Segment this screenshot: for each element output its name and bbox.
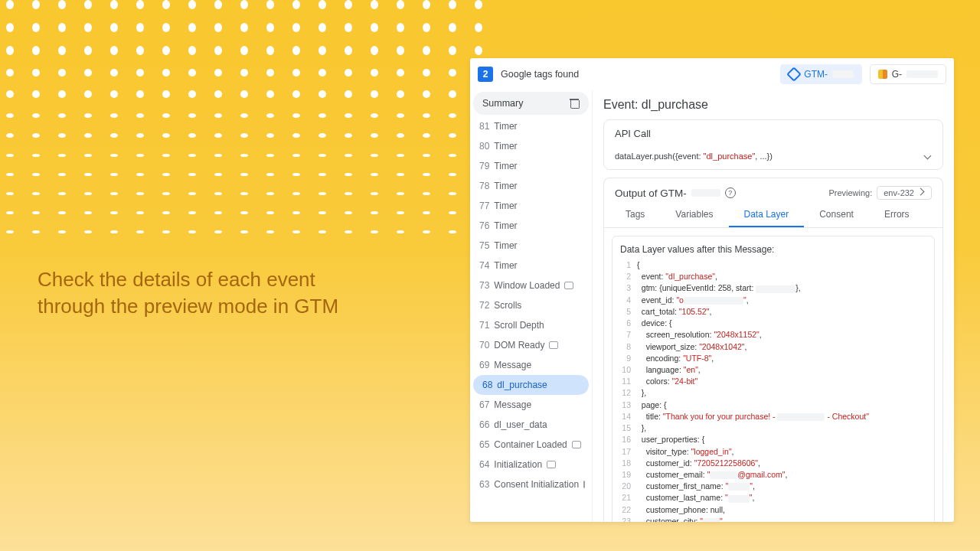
- code-line: 19 customer_email: "@gmail.com",: [620, 469, 926, 481]
- sidebar-item-dl_user_data[interactable]: 66 dl_user_data: [470, 415, 592, 435]
- code-line: 6 device: {: [620, 318, 926, 329]
- api-call-title: API Call: [604, 120, 942, 147]
- event-label: Timer: [494, 181, 517, 191]
- event-label: Timer: [494, 201, 517, 211]
- code-line: 14 title: "Thank you for your purchase! …: [620, 411, 926, 422]
- sidebar-item-scrolls[interactable]: 72 Scrolls: [470, 295, 592, 315]
- help-icon[interactable]: ?: [725, 187, 736, 198]
- code-line: 5 cart_total: "105.52",: [620, 306, 926, 318]
- sidebar-item-message[interactable]: 69 Message: [470, 355, 592, 375]
- event-label: dl_user_data: [494, 419, 547, 430]
- event-label: Scroll Depth: [494, 320, 544, 331]
- gtm-icon: [786, 67, 802, 82]
- event-number: 74: [479, 260, 489, 271]
- sidebar-item-timer[interactable]: 80 Timer: [470, 136, 592, 156]
- page-icon: [564, 282, 573, 289]
- data-layer-code: 1{2 event: "dl_purchase",3 gtm: {uniqueE…: [620, 259, 926, 522]
- code-line: 4 event_id: "o",: [620, 295, 926, 306]
- sidebar-item-consent-initialization[interactable]: 63 Consent Initialization: [470, 474, 592, 494]
- tags-found-label: Google tags found: [501, 69, 579, 80]
- ga-icon: [878, 70, 887, 79]
- event-number: 75: [479, 240, 489, 251]
- sidebar-item-initialization[interactable]: 64 Initialization: [470, 455, 592, 474]
- tab-variables[interactable]: Variables: [660, 203, 728, 227]
- code-line: 8 viewport_size: "2048x1042",: [620, 341, 926, 353]
- event-label: Timer: [494, 161, 517, 171]
- summary-header[interactable]: Summary: [473, 92, 589, 115]
- event-number: 67: [479, 399, 489, 410]
- sidebar-item-dom-ready[interactable]: 70 DOM Ready: [470, 335, 592, 355]
- code-line: 17 visitor_type: "logged_in",: [620, 446, 926, 458]
- decorative-dots: [0, 0, 490, 245]
- trash-icon[interactable]: [569, 98, 580, 109]
- event-number: 66: [479, 419, 489, 430]
- event-number: 70: [479, 340, 489, 350]
- output-title: Output of GTM- ?: [615, 187, 736, 199]
- sidebar-item-window-loaded[interactable]: 73 Window Loaded: [470, 276, 592, 295]
- event-number: 68: [482, 380, 492, 390]
- event-number: 81: [479, 121, 489, 132]
- tab-errors[interactable]: Errors: [869, 203, 925, 227]
- event-label: Timer: [494, 141, 517, 152]
- sidebar-item-timer[interactable]: 74 Timer: [470, 256, 592, 276]
- event-number: 78: [479, 181, 489, 191]
- code-line: 22 customer_phone: null,: [620, 504, 926, 516]
- sidebar-item-scroll-depth[interactable]: 71 Scroll Depth: [470, 315, 592, 335]
- sidebar-item-message[interactable]: 67 Message: [470, 395, 592, 415]
- event-number: 77: [479, 201, 489, 211]
- event-label: Timer: [494, 240, 517, 251]
- sidebar-item-container-loaded[interactable]: 65 Container Loaded: [470, 435, 592, 455]
- event-label: Message: [494, 360, 531, 370]
- redacted: [906, 70, 938, 78]
- top-bar: 2 Google tags found GTM- G-: [470, 58, 954, 90]
- code-line: 3 gtm: {uniqueEventId: 258, start: },: [620, 282, 926, 294]
- sidebar-item-timer[interactable]: 76 Timer: [470, 216, 592, 236]
- caption-line-1: Check the details of each event: [38, 268, 315, 291]
- sidebar-item-timer[interactable]: 77 Timer: [470, 196, 592, 216]
- event-number: 63: [479, 479, 489, 490]
- tab-tags[interactable]: Tags: [610, 203, 660, 227]
- event-title: Event: dl_purchase: [603, 98, 943, 112]
- code-line: 1{: [620, 259, 926, 271]
- tab-data-layer[interactable]: Data Layer: [729, 203, 805, 227]
- gtm-container-chip[interactable]: GTM-: [780, 64, 862, 84]
- sidebar-item-timer[interactable]: 81 Timer: [470, 116, 592, 136]
- ga-chip-label: G-: [892, 69, 902, 80]
- event-label: Timer: [494, 220, 517, 231]
- sidebar-item-timer[interactable]: 78 Timer: [470, 176, 592, 196]
- code-line: 15 },: [620, 422, 926, 434]
- api-call-card: API Call dataLayer.push({event: "dl_purc…: [603, 119, 943, 170]
- event-number: 80: [479, 141, 489, 152]
- event-label: Message: [494, 399, 531, 410]
- output-card: Output of GTM- ? Previewing: env-232 Tag…: [603, 178, 943, 522]
- event-number: 76: [479, 220, 489, 231]
- output-tabs: TagsVariablesData LayerConsentErrors: [604, 203, 942, 228]
- chevron-right-icon: [917, 189, 925, 197]
- redacted: [832, 70, 854, 78]
- code-line: 23 customer_city: "",: [620, 516, 926, 522]
- sidebar-item-timer[interactable]: 75 Timer: [470, 236, 592, 256]
- previewing-label: Previewing:: [828, 188, 872, 197]
- summary-label: Summary: [482, 98, 523, 109]
- gtm-preview-panel: 2 Google tags found GTM- G- Summary 81 T…: [470, 58, 954, 522]
- sidebar-item-dl_purchase[interactable]: 68 dl_purchase: [473, 375, 589, 395]
- tab-consent[interactable]: Consent: [804, 203, 869, 227]
- event-number: 69: [479, 360, 489, 370]
- api-call-row[interactable]: dataLayer.push({event: "dl_purchase", ..…: [604, 147, 942, 169]
- ga-container-chip[interactable]: G-: [870, 64, 946, 84]
- event-label: Scrolls: [494, 300, 521, 311]
- event-label: Timer: [494, 121, 517, 132]
- event-label: DOM Ready: [494, 340, 544, 350]
- code-line: 21 customer_last_name: "",: [620, 492, 926, 504]
- event-label: Window Loaded: [494, 280, 560, 291]
- page-icon: [547, 461, 556, 468]
- event-label: Timer: [494, 260, 517, 271]
- env-selector[interactable]: env-232: [877, 186, 932, 200]
- page-icon: [572, 441, 581, 448]
- caption: Check the details of each event through …: [38, 266, 338, 320]
- code-line: 13 page: {: [620, 399, 926, 411]
- event-label: Consent Initialization: [494, 479, 579, 490]
- sidebar-item-timer[interactable]: 79 Timer: [470, 156, 592, 176]
- gtm-chip-label: GTM-: [804, 69, 828, 80]
- code-line: 20 customer_first_name: "",: [620, 481, 926, 492]
